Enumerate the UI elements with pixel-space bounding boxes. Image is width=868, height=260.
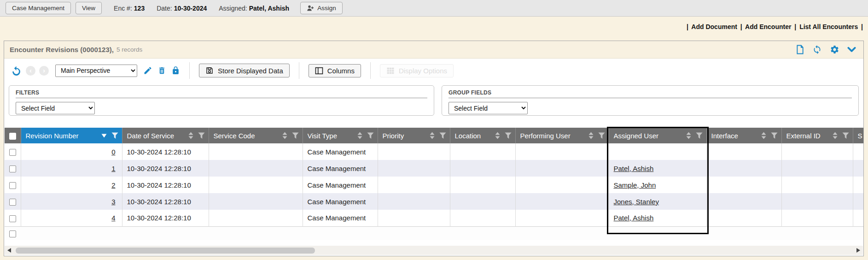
- filter-funnel-icon[interactable]: [598, 132, 605, 139]
- column-header-priority[interactable]: Priority: [378, 128, 450, 143]
- lock-icon[interactable]: [171, 66, 180, 75]
- table-row: 010-30-2024 12:28:10Case Management: [5, 143, 863, 160]
- select-all-checkbox[interactable]: [9, 133, 16, 140]
- date-value: 10-30-2024: [174, 5, 207, 12]
- gear-icon[interactable]: [830, 45, 839, 54]
- assigned-label: Assigned:: [219, 5, 247, 12]
- collapse-chevron-icon[interactable]: [847, 47, 856, 53]
- cell-assigned_user[interactable]: Patel, Ashish: [614, 214, 654, 222]
- footer-select-checkbox[interactable]: [9, 230, 16, 237]
- cell-visit_type: Case Management: [308, 198, 366, 206]
- nav-forward-icon[interactable]: ›: [39, 66, 49, 76]
- column-header-performing_user[interactable]: Performing User: [515, 128, 609, 143]
- undo-icon[interactable]: [11, 65, 22, 77]
- encounter-revisions-table: Revision NumberDate of ServiceService Co…: [5, 128, 863, 240]
- column-header-revision_number[interactable]: Revision Number: [21, 128, 122, 143]
- edit-pencil-icon[interactable]: [143, 66, 152, 75]
- cell-revision_number[interactable]: 3: [111, 198, 115, 206]
- scrollbar-thumb[interactable]: [16, 248, 315, 254]
- filters-field-select[interactable]: Select Field: [16, 102, 95, 114]
- cell-assigned_user[interactable]: Jones, Stanley: [614, 198, 659, 206]
- group-fields-select[interactable]: Select Field: [449, 102, 528, 114]
- table-row: 310-30-2024 12:28:10Case ManagementJones…: [5, 193, 863, 210]
- columns-button[interactable]: Columns: [309, 64, 361, 77]
- filter-funnel-icon[interactable]: [367, 132, 374, 139]
- cell-visit_type: Case Management: [308, 214, 366, 222]
- nav-back-icon[interactable]: ‹: [26, 66, 35, 76]
- sort-icon[interactable]: [188, 132, 193, 139]
- sort-icon[interactable]: [761, 132, 766, 139]
- cell-date_of_service: 10-30-2024 12:28:10: [127, 181, 191, 189]
- group-fields-label: GROUP FIELDS: [449, 89, 852, 96]
- filter-funnel-icon[interactable]: [771, 132, 778, 139]
- cell-revision_number[interactable]: 0: [111, 148, 115, 156]
- row-select-checkbox[interactable]: [9, 149, 16, 156]
- delete-trash-icon[interactable]: [157, 66, 166, 75]
- refresh-icon[interactable]: [812, 45, 822, 54]
- row-select-checkbox[interactable]: [9, 215, 16, 222]
- cell-assigned_user[interactable]: Patel, Ashish: [614, 165, 654, 172]
- column-header-external_id[interactable]: External ID: [781, 128, 853, 143]
- sort-icon[interactable]: [430, 132, 435, 139]
- column-header-location[interactable]: Location: [450, 128, 515, 143]
- column-header-visit_type[interactable]: Visit Type: [303, 128, 378, 143]
- store-displayed-data-button[interactable]: Store Displayed Data: [199, 64, 290, 77]
- new-document-icon[interactable]: [796, 45, 804, 54]
- filter-funnel-icon[interactable]: [292, 132, 299, 139]
- column-header-select[interactable]: [5, 128, 21, 143]
- store-button-label: Store Displayed Data: [218, 67, 283, 75]
- sort-icon[interactable]: [495, 132, 500, 139]
- save-floppy-icon: [205, 66, 214, 75]
- row-select-checkbox[interactable]: [9, 165, 16, 172]
- cell-visit_type: Case Management: [308, 165, 366, 172]
- filter-funnel-icon[interactable]: [439, 132, 446, 139]
- add-document-link[interactable]: Add Document: [691, 23, 737, 30]
- grid-header-row: Revision NumberDate of ServiceService Co…: [5, 128, 863, 143]
- link-separator: |: [794, 23, 796, 30]
- case-management-button[interactable]: Case Management: [6, 2, 71, 14]
- table-row: 110-30-2024 12:28:10Case ManagementPatel…: [5, 160, 863, 177]
- filter-funnel-icon[interactable]: [842, 132, 849, 139]
- assign-button[interactable]: Assign: [300, 2, 343, 14]
- sort-icon[interactable]: [282, 132, 287, 139]
- assigned-field: Assigned:Patel, Ashish: [219, 5, 289, 12]
- scroll-left-arrow-icon[interactable]: [7, 248, 11, 253]
- column-label: Priority: [383, 132, 430, 140]
- list-all-encounters-link[interactable]: List All Encounters: [799, 23, 858, 30]
- perspective-select[interactable]: Main Perspective: [55, 65, 137, 77]
- column-header-interface[interactable]: Interface: [706, 128, 781, 143]
- row-select-checkbox[interactable]: [9, 199, 16, 206]
- column-header-date_of_service[interactable]: Date of Service: [122, 128, 209, 143]
- filter-funnel-icon[interactable]: [505, 132, 512, 139]
- toolbar-divider: [370, 62, 371, 79]
- row-select-checkbox[interactable]: [9, 182, 16, 189]
- columns-button-label: Columns: [327, 67, 355, 75]
- horizontal-scrollbar[interactable]: [5, 246, 863, 255]
- cell-revision_number[interactable]: 2: [111, 181, 115, 189]
- toolbar-divider: [299, 62, 299, 79]
- view-button[interactable]: View: [76, 2, 102, 14]
- sort-icon[interactable]: [588, 132, 594, 139]
- perspective-actions: [143, 66, 180, 75]
- cell-visit_type: Case Management: [308, 181, 366, 189]
- filter-funnel-icon[interactable]: [111, 132, 118, 139]
- filter-funnel-icon[interactable]: [198, 132, 205, 139]
- filters-label: FILTERS: [16, 89, 427, 96]
- column-label: Interface: [711, 132, 761, 140]
- column-header-service_code[interactable]: Service Code: [209, 128, 303, 143]
- cell-revision_number[interactable]: 4: [111, 214, 115, 222]
- sort-icon[interactable]: [833, 132, 838, 139]
- column-label: Performing User: [520, 132, 588, 140]
- sort-icon[interactable]: [686, 132, 691, 139]
- column-header-assigned_user[interactable]: Assigned User: [609, 128, 706, 143]
- cell-date_of_service: 10-30-2024 12:28:10: [127, 214, 191, 222]
- sort-desc-icon[interactable]: [101, 134, 107, 138]
- column-label: Revision Number: [26, 132, 101, 140]
- add-encounter-link[interactable]: Add Encounter: [745, 23, 791, 30]
- cell-revision_number[interactable]: 1: [111, 165, 115, 172]
- column-header-s_partial[interactable]: S: [853, 128, 863, 143]
- scroll-right-arrow-icon[interactable]: [856, 248, 860, 253]
- filter-funnel-icon[interactable]: [696, 132, 703, 139]
- sort-icon[interactable]: [357, 132, 362, 139]
- cell-assigned_user[interactable]: Sample, John: [614, 181, 656, 189]
